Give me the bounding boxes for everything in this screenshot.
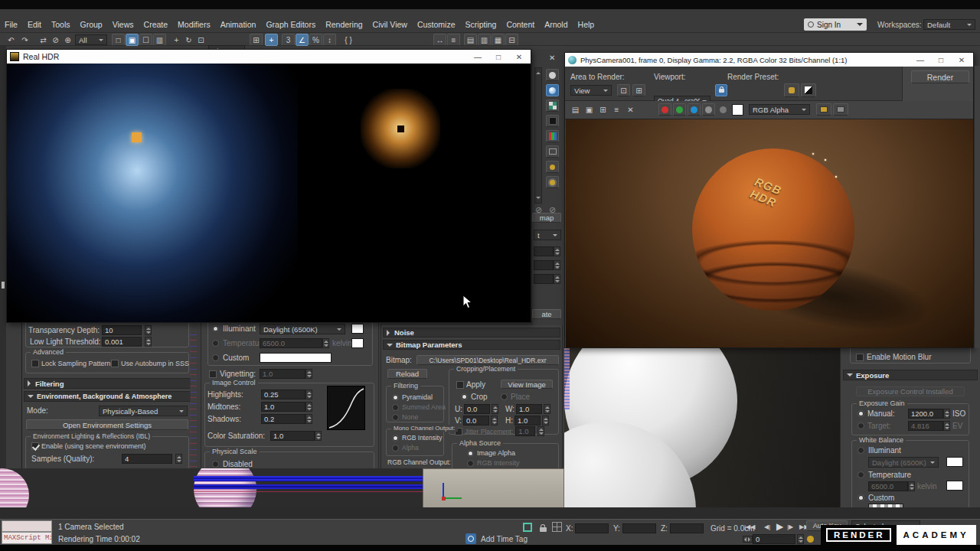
image-alpha-radio[interactable] xyxy=(467,450,474,457)
highlights-spinner[interactable] xyxy=(305,390,312,399)
enable-env-checkbox[interactable] xyxy=(31,442,39,450)
red-channel-icon[interactable] xyxy=(658,103,671,116)
menu-scripting[interactable]: Scripting xyxy=(466,20,497,29)
mirror-icon[interactable]: ↔ xyxy=(433,34,446,46)
menu-tools[interactable]: Tools xyxy=(51,20,70,29)
menu-rendering[interactable]: Rendering xyxy=(325,20,362,29)
sample-sphere-icon[interactable] xyxy=(546,69,559,81)
layer-manager-icon[interactable]: ▤ xyxy=(464,34,477,46)
strip-spinner-1[interactable] xyxy=(554,246,560,256)
highlights-field[interactable]: 0.25 xyxy=(261,390,305,399)
undo-icon[interactable]: ↶ xyxy=(5,34,18,46)
menu-file[interactable]: File xyxy=(5,20,18,29)
w-spinner[interactable] xyxy=(544,404,550,414)
none-radio[interactable] xyxy=(392,414,399,421)
alpha-channel-icon[interactable] xyxy=(717,103,730,116)
transparency-spinner[interactable] xyxy=(145,325,152,335)
channel-display-dropdown[interactable]: RGB Alpha xyxy=(749,104,810,115)
illuminant-swatch[interactable] xyxy=(351,324,364,334)
key-filter-icon[interactable] xyxy=(807,536,814,543)
make-preview-icon[interactable] xyxy=(546,161,559,173)
render-button[interactable]: Render xyxy=(911,70,969,83)
menu-arnold[interactable]: Arnold xyxy=(544,20,567,29)
auto-region-icon[interactable]: ⊞ xyxy=(632,84,645,96)
autobump-checkbox[interactable] xyxy=(111,360,119,367)
menu-edit[interactable]: Edit xyxy=(28,20,41,29)
rfw-titlebar[interactable]: PhysCamera001, frame 0, Display Gamma: 2… xyxy=(565,53,973,67)
menu-group[interactable]: Group xyxy=(80,20,103,29)
playback-next-frame-icon[interactable]: |▶ xyxy=(787,523,793,530)
alpha-rgb-intensity-radio[interactable] xyxy=(467,460,474,467)
environment-rollout[interactable]: Environment, Background & Atmosphere xyxy=(24,391,191,402)
clear-icon[interactable]: ✕ xyxy=(624,103,637,116)
redo-icon[interactable]: ↷ xyxy=(18,34,31,46)
menu-graph-editors[interactable]: Graph Editors xyxy=(266,20,315,29)
area-to-render-dropdown[interactable]: View xyxy=(570,85,612,96)
manual-spinner[interactable] xyxy=(943,409,950,419)
lock-sampling-checkbox[interactable] xyxy=(31,360,39,367)
scrollbar[interactable] xyxy=(534,67,542,204)
reload-button[interactable]: Reload xyxy=(387,369,427,379)
workspaces-dropdown[interactable]: Default xyxy=(923,19,975,30)
shadows-spinner[interactable] xyxy=(305,414,312,424)
map-button[interactable]: map xyxy=(532,213,561,223)
minimize-icon[interactable]: — xyxy=(912,56,929,64)
strip-field-1[interactable] xyxy=(534,246,554,256)
filtering-rollout[interactable]: Filtering xyxy=(24,378,191,389)
menu-help[interactable]: Help xyxy=(578,20,595,29)
clear-color-swatch[interactable] xyxy=(732,104,743,116)
green-channel-icon[interactable] xyxy=(673,103,686,116)
low-light-spinner[interactable] xyxy=(145,337,152,347)
transparency-depth-field[interactable]: 10 xyxy=(102,325,142,335)
wb-illuminant-swatch[interactable] xyxy=(946,457,963,467)
mono-alpha-radio[interactable] xyxy=(392,445,399,452)
custom-swatch[interactable] xyxy=(260,353,332,363)
scroll-up-icon[interactable] xyxy=(536,70,541,74)
strip-spinner-2[interactable] xyxy=(554,260,560,270)
apply-checkbox[interactable] xyxy=(456,381,464,389)
menu-content[interactable]: Content xyxy=(506,20,534,29)
manual-field[interactable]: 1200.0 xyxy=(908,409,943,419)
edit-region-icon[interactable]: ⊡ xyxy=(617,84,630,96)
menu-create[interactable]: Create xyxy=(144,20,168,29)
select-by-name-icon[interactable]: ▣ xyxy=(126,34,139,46)
sign-in-button[interactable]: Sign In xyxy=(804,18,867,31)
w-field[interactable]: 1.0 xyxy=(516,404,542,414)
minimize-icon[interactable]: — xyxy=(469,53,486,61)
playback-prev-frame-icon[interactable]: ◀| xyxy=(764,523,770,530)
scale-icon[interactable]: ⊡ xyxy=(194,34,207,46)
save-image-icon[interactable]: ▤ xyxy=(569,103,582,116)
playback-play-icon[interactable]: ▶ xyxy=(776,521,783,532)
playback-first-frame-icon[interactable]: |◀◀ xyxy=(744,523,755,530)
snapshot-icon[interactable] xyxy=(833,103,848,116)
saturation-field[interactable]: 1.0 xyxy=(270,431,315,441)
wb-temperature-radio[interactable] xyxy=(858,471,864,478)
background-swatch-icon[interactable] xyxy=(546,115,559,127)
strip-spinner-3[interactable] xyxy=(554,274,560,284)
midtones-field[interactable]: 1.0 xyxy=(261,402,305,412)
bitmap-params-rollout[interactable]: Bitmap Parameters xyxy=(383,340,560,350)
z-coord-field[interactable] xyxy=(670,523,704,533)
menu-views[interactable]: Views xyxy=(113,20,134,29)
window-crossing-icon[interactable]: ▥ xyxy=(153,34,166,46)
blue-channel-icon[interactable] xyxy=(688,103,701,116)
copy-image-icon[interactable]: ▣ xyxy=(583,103,596,116)
rgb-bars-icon[interactable] xyxy=(546,130,559,142)
menu-civil-view[interactable]: Civil View xyxy=(373,20,407,29)
curve-editor-icon[interactable]: ▦ xyxy=(492,34,505,46)
wb-illuminant-radio[interactable] xyxy=(858,447,864,454)
move-icon[interactable]: + xyxy=(170,34,183,46)
current-frame-field[interactable]: 0 xyxy=(753,534,795,544)
temperature-swatch[interactable] xyxy=(351,338,364,348)
v-spinner[interactable] xyxy=(491,416,498,425)
selection-lock-icon[interactable] xyxy=(538,523,547,532)
truncated-button[interactable]: ate xyxy=(532,309,561,319)
use-center-icon[interactable]: ⊞ xyxy=(250,34,263,46)
illuminant-dropdown[interactable]: Daylight (6500K) xyxy=(260,324,345,334)
y-coord-field[interactable] xyxy=(622,523,656,533)
viewport-shaded[interactable] xyxy=(564,348,840,509)
custom-radio[interactable] xyxy=(212,354,219,361)
close-icon[interactable]: ✕ xyxy=(953,56,970,64)
close-icon[interactable]: ✕ xyxy=(511,53,528,61)
midtones-spinner[interactable] xyxy=(305,402,312,412)
